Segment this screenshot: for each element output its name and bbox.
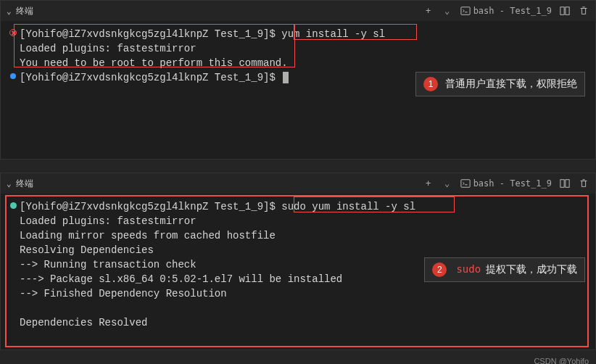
- output-line: Loaded plugins: fastestmirror: [20, 41, 196, 56]
- chevron-down-icon[interactable]: ⌄: [7, 179, 12, 189]
- command-text: sudo yum install -y sl: [281, 201, 415, 212]
- svg-rect-2: [566, 7, 569, 15]
- callout-text: 普通用户直接下载，权限拒绝: [445, 78, 577, 91]
- new-terminal-button[interactable]: +: [423, 5, 434, 17]
- svg-rect-4: [560, 180, 564, 188]
- output-line: --> Finished Dependency Resolution: [20, 286, 227, 301]
- trash-icon[interactable]: [578, 5, 589, 17]
- callout-number: 1: [423, 77, 438, 91]
- shell-name[interactable]: bash - Test_1_9: [460, 178, 552, 189]
- split-terminal-button[interactable]: [559, 5, 571, 17]
- prompt: [Yohifo@iZ7xvdsnkgkcg5zgl4lknpZ Test_1_9…: [20, 72, 281, 83]
- svg-rect-1: [560, 7, 564, 15]
- split-terminal-button[interactable]: [559, 178, 571, 189]
- prompt: [Yohifo@iZ7xvdsnkgkcg5zgl4lknpZ Test_1_9…: [20, 28, 281, 40]
- status-icon: [10, 73, 16, 79]
- output-line: Dependencies Resolved: [20, 315, 147, 330]
- terminal-icon: [460, 178, 471, 189]
- output-line: Loaded plugins: fastestmirror: [20, 214, 196, 228]
- callout-text: sudo 提权下载，成功下载: [454, 263, 577, 276]
- shell-name[interactable]: bash - Test_1_9: [460, 6, 552, 16]
- callout-1: 1 普通用户直接下载，权限拒绝: [415, 72, 585, 96]
- new-terminal-button[interactable]: +: [423, 178, 434, 189]
- chevron-down-icon[interactable]: ⌄: [7, 7, 12, 16]
- callout-2: 2 sudo 提权下载，成功下载: [424, 257, 585, 282]
- command-text: yum install -y sl: [281, 28, 385, 40]
- trash-icon[interactable]: [578, 178, 589, 189]
- dropdown-icon[interactable]: ⌄: [442, 178, 453, 189]
- terminal-icon: [460, 6, 471, 16]
- watermark: CSDN @Yohifo: [534, 357, 589, 364]
- status-icon: [10, 202, 17, 209]
- dropdown-icon[interactable]: ⌄: [442, 5, 453, 17]
- output-line: You need to be root to perform this comm…: [20, 56, 288, 70]
- panel-title: 终端: [16, 5, 33, 17]
- svg-rect-3: [461, 180, 470, 188]
- callout-number: 2: [432, 262, 447, 277]
- output-line: Loading mirror speeds from cached hostfi…: [20, 228, 276, 243]
- error-icon: [9, 29, 17, 36]
- panel-title: 终端: [16, 178, 33, 190]
- prompt: [Yohifo@iZ7xvdsnkgkcg5zgl4lknpZ Test_1_9…: [20, 201, 281, 212]
- svg-rect-5: [566, 180, 569, 188]
- titlebar: ⌄ 终端 + ⌄ bash - Test_1_9: [1, 173, 595, 194]
- sudo-keyword: sudo: [456, 263, 481, 275]
- output-line: Resolving Dependencies: [20, 243, 154, 257]
- terminal-panel-1: ⌄ 终端 + ⌄ bash - Test_1_9 [Yohifo@iZ7xvds…: [0, 0, 596, 160]
- titlebar: ⌄ 终端 + ⌄ bash - Test_1_9: [1, 1, 595, 21]
- terminal-panel-2: ⌄ 终端 + ⌄ bash - Test_1_9 [Yohifo@iZ7xvds…: [0, 173, 596, 350]
- output-line: ---> Package sl.x86_64 0:5.02-1.el7 will…: [20, 272, 342, 286]
- output-line: --> Running transaction check: [20, 257, 196, 272]
- cursor: [283, 72, 289, 83]
- svg-rect-0: [461, 7, 470, 15]
